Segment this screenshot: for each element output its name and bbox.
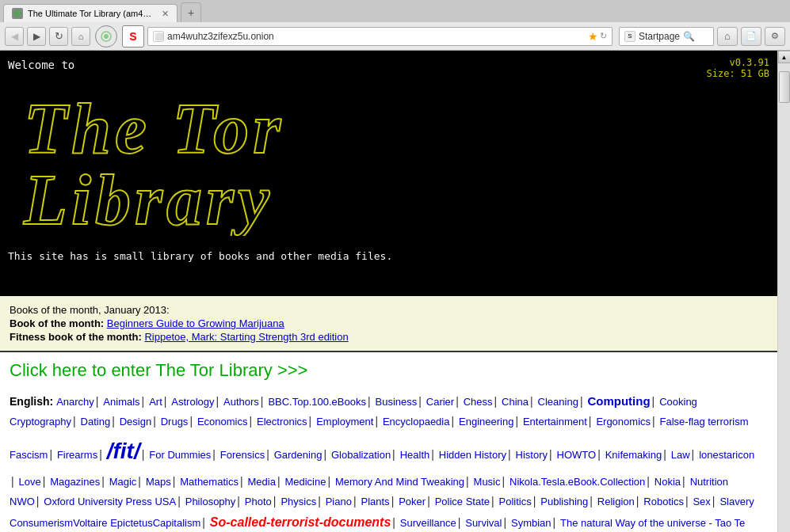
cat-electronics[interactable]: Electronics xyxy=(257,416,307,428)
scroll-track[interactable] xyxy=(778,63,791,532)
cat-astrology[interactable]: Astrology xyxy=(171,396,214,408)
cat-authors[interactable]: Authors xyxy=(223,396,259,408)
cat-philosophy[interactable]: Philosophy xyxy=(185,496,236,507)
new-tab-button[interactable]: + xyxy=(181,2,201,22)
cat-piano[interactable]: Piano xyxy=(326,496,352,507)
cat-plants[interactable]: Plants xyxy=(361,496,389,507)
cat-consumerism[interactable]: ConsumerismVoltaire EpictetusCapitalism xyxy=(10,517,200,529)
cat-terrorist-docs[interactable]: So-called-terrorist-documents xyxy=(210,515,391,529)
cat-art[interactable]: Art xyxy=(149,396,162,408)
cat-music[interactable]: Music xyxy=(474,476,501,488)
cat-nokia[interactable]: Nokia xyxy=(655,476,681,488)
cat-nwo[interactable]: NWO xyxy=(10,496,35,507)
cat-cleaning[interactable]: Cleaning xyxy=(538,396,578,408)
cat-survival[interactable]: Survival xyxy=(465,517,502,529)
home-nav-button[interactable]: ⌂ xyxy=(717,27,738,46)
cat-hidden-history[interactable]: Hidden History xyxy=(439,449,506,461)
cat-memory[interactable]: Memory And Mind Tweaking xyxy=(335,476,464,488)
cat-slavery[interactable]: Slavery xyxy=(719,496,754,507)
cat-fascism[interactable]: Fascism xyxy=(10,449,48,461)
cat-encyclopaedia[interactable]: Encyclopaedia xyxy=(383,416,450,428)
cat-animals[interactable]: Animals xyxy=(103,396,139,408)
cat-poker[interactable]: Poker xyxy=(399,496,426,507)
enter-library-link[interactable]: Click here to enter The Tor Library >>> xyxy=(10,360,768,381)
cat-cooking[interactable]: Cooking xyxy=(659,396,697,408)
cat-physics[interactable]: Physics xyxy=(281,496,316,507)
cat-employment[interactable]: Employment xyxy=(316,416,373,428)
cat-mathematics[interactable]: Mathematics xyxy=(180,476,239,488)
logo-svg: The Tor Library xyxy=(16,78,412,236)
cat-politics[interactable]: Politics xyxy=(499,496,532,507)
cat-economics[interactable]: Economics xyxy=(197,416,248,428)
books-heading: Books of the month, January 2013: xyxy=(10,304,768,316)
cat-carier[interactable]: Carier xyxy=(426,396,454,408)
menu-button[interactable]: ⚙ xyxy=(765,27,785,46)
cat-maps[interactable]: Maps xyxy=(146,476,171,488)
cat-nutrition[interactable]: Nutrition xyxy=(690,476,728,488)
toolbar: ◀ ▶ ↻ ⌂ S ⬜ am4wuhz3zifexz5u.onion ★ ↻ S… xyxy=(0,22,790,51)
active-tab[interactable]: The Ultimate Tor Library (am4wuhz3zife..… xyxy=(3,4,177,22)
cat-cryptography[interactable]: Cryptography xyxy=(10,416,71,428)
refresh-icon[interactable]: ↻ xyxy=(600,31,607,41)
cat-knifemaking[interactable]: Knifemaking xyxy=(605,449,662,461)
cat-history[interactable]: History xyxy=(516,449,548,461)
cat-robotics[interactable]: Robotics xyxy=(643,496,684,507)
cat-surveillance[interactable]: Surveillance xyxy=(400,517,456,529)
cat-lonestaricon[interactable]: lonestaricon xyxy=(699,449,754,461)
location-bar[interactable]: ⬜ am4wuhz3zifexz5u.onion ★ ↻ xyxy=(147,27,613,46)
cat-media[interactable]: Media xyxy=(247,476,275,488)
cat-anarchy[interactable]: Anarchy xyxy=(56,396,94,408)
scroll-up-button[interactable]: ▲ xyxy=(778,51,791,63)
cat-false-flag[interactable]: False-flag terrorism xyxy=(660,416,749,428)
cat-howto[interactable]: HOWTO xyxy=(557,449,597,461)
bookmark-button[interactable]: 📄 xyxy=(741,27,761,46)
cat-dating[interactable]: Dating xyxy=(81,416,111,428)
cat-chess[interactable]: Chess xyxy=(464,396,493,408)
cat-drugs[interactable]: Drugs xyxy=(161,416,189,428)
cat-love[interactable]: Love xyxy=(19,476,41,488)
reload-button[interactable]: ↻ xyxy=(49,27,68,46)
home-button[interactable]: ⌂ xyxy=(71,27,90,46)
cat-ergonomics[interactable]: Ergonomics xyxy=(596,416,651,428)
cat-business[interactable]: Business xyxy=(375,396,417,408)
cat-for-dummies[interactable]: For Dummies xyxy=(149,449,211,461)
cat-sex[interactable]: Sex xyxy=(693,496,710,507)
tab-close-button[interactable]: ✕ xyxy=(162,9,169,19)
cat-china[interactable]: China xyxy=(502,396,529,408)
cat-law[interactable]: Law xyxy=(671,449,690,461)
cat-medicine[interactable]: Medicine xyxy=(284,476,326,488)
scroll-thumb[interactable] xyxy=(779,71,790,103)
cat-religion[interactable]: Religion xyxy=(597,496,635,507)
cat-forensics[interactable]: Forensics xyxy=(220,449,265,461)
cat-nikola-tesla[interactable]: Nikola.Tesla.eBook.Collection xyxy=(509,476,645,488)
fitness-link[interactable]: Rippetoe, Mark: Starting Strength 3rd ed… xyxy=(144,331,348,343)
cat-symbian[interactable]: Symbian xyxy=(511,517,551,529)
bookmark-star[interactable]: ★ xyxy=(588,30,598,43)
cat-design[interactable]: Design xyxy=(120,416,151,428)
cat-police-state[interactable]: Police State xyxy=(435,496,490,507)
cat-firearms[interactable]: Firearms xyxy=(57,449,97,461)
cat-entertainment[interactable]: Entertainment xyxy=(523,416,587,428)
cat-publishing[interactable]: Publishing xyxy=(540,496,588,507)
script-block-icon[interactable]: S xyxy=(122,25,144,48)
cat-globalization[interactable]: Globalization xyxy=(331,449,391,461)
cat-fit[interactable]: /fit/ xyxy=(107,439,140,463)
cat-computing[interactable]: Computing xyxy=(587,394,650,408)
cat-magazines[interactable]: Magazines xyxy=(50,476,100,488)
svg-point-3 xyxy=(104,34,109,39)
cat-engineering[interactable]: Engineering xyxy=(459,416,513,428)
cat-magic[interactable]: Magic xyxy=(109,476,137,488)
size-info: Size: 51 GB xyxy=(707,68,769,79)
svg-text:Library: Library xyxy=(23,161,273,236)
forward-button[interactable]: ▶ xyxy=(27,27,46,46)
cat-oxford[interactable]: Oxford University Press USA xyxy=(44,496,176,507)
cat-gardening[interactable]: Gardening xyxy=(274,449,322,461)
search-submit-icon[interactable]: 🔍 xyxy=(683,31,695,42)
tor-icon xyxy=(95,25,117,48)
back-button[interactable]: ◀ xyxy=(5,27,24,46)
cat-health[interactable]: Health xyxy=(400,449,430,461)
book-link[interactable]: Beginners Guide to Growing Marijuana xyxy=(107,317,284,329)
search-box[interactable]: S Startpage 🔍 xyxy=(619,27,714,46)
cat-bbc[interactable]: BBC.Top.100.eBooks xyxy=(268,396,366,408)
cat-photo[interactable]: Photo xyxy=(245,496,272,507)
